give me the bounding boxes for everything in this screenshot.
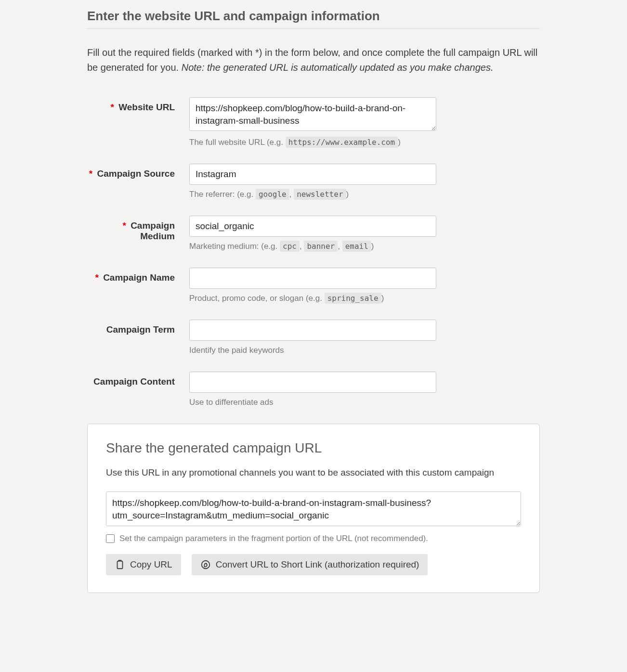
label-text: Website URL <box>118 102 175 112</box>
website-url-input[interactable]: https://shopkeep.com/blog/how-to-build-a… <box>189 97 436 131</box>
hint-code: spring_sale <box>325 293 381 304</box>
label-text: Campaign Content <box>93 376 175 387</box>
fragment-checkbox-label: Set the campaign parameters in the fragm… <box>119 534 428 543</box>
label-campaign-name: * Campaign Name <box>87 268 189 283</box>
help-campaign-source: The referrer: (e.g. google, newsletter) <box>189 190 436 199</box>
svg-point-1 <box>201 561 209 569</box>
share-heading: Share the generated campaign URL <box>106 440 521 456</box>
clipboard-icon <box>115 559 125 570</box>
row-website-url: * Website URL https://shopkeep.com/blog/… <box>87 97 540 147</box>
hint-code: banner <box>304 241 338 252</box>
required-indicator: * <box>110 102 114 112</box>
share-panel: Share the generated campaign URL Use thi… <box>87 424 540 593</box>
required-indicator: * <box>95 272 98 283</box>
label-campaign-term: Campaign Term <box>87 320 189 335</box>
campaign-medium-input[interactable] <box>189 216 436 237</box>
help-website-url: The full website URL (e.g. https://www.e… <box>189 138 436 147</box>
label-website-url: * Website URL <box>87 97 189 113</box>
label-text: Campaign Source <box>97 168 175 179</box>
campaign-source-input[interactable] <box>189 164 436 185</box>
campaign-content-input[interactable] <box>189 372 436 393</box>
label-text: Campaign Name <box>103 272 175 283</box>
hint-code: email <box>342 241 371 252</box>
help-campaign-content: Use to differentiate ads <box>189 398 436 407</box>
row-campaign-source: * Campaign Source The referrer: (e.g. go… <box>87 164 540 199</box>
bitly-icon <box>200 559 211 570</box>
row-campaign-content: Campaign Content Use to differentiate ad… <box>87 372 540 407</box>
label-text: Campaign Medium <box>131 220 175 241</box>
shorten-url-label: Convert URL to Short Link (authorization… <box>216 559 419 570</box>
row-campaign-term: Campaign Term Identify the paid keywords <box>87 320 540 355</box>
required-indicator: * <box>122 220 126 231</box>
campaign-term-input[interactable] <box>189 320 436 341</box>
row-campaign-medium: * Campaign Medium Marketing medium: (e.g… <box>87 216 540 251</box>
fragment-checkbox[interactable] <box>106 534 115 543</box>
generated-url-output[interactable]: https://shopkeep.com/blog/how-to-build-a… <box>106 491 521 526</box>
label-campaign-source: * Campaign Source <box>87 164 189 179</box>
help-campaign-name: Product, promo code, or slogan (e.g. spr… <box>189 294 436 303</box>
required-indicator: * <box>89 168 92 179</box>
share-sub: Use this URL in any promotional channels… <box>106 467 521 478</box>
fragment-checkbox-row[interactable]: Set the campaign parameters in the fragm… <box>106 534 521 543</box>
intro-text: Fill out the required fields (marked wit… <box>87 45 540 75</box>
page-title: Enter the website URL and campaign infor… <box>87 9 540 29</box>
hint-code: newsletter <box>294 189 346 200</box>
hint-code: google <box>256 189 289 200</box>
hint-code: cpc <box>280 241 300 252</box>
shorten-url-button[interactable]: Convert URL to Short Link (authorization… <box>192 554 428 575</box>
help-campaign-medium: Marketing medium: (e.g. cpc, banner, ema… <box>189 242 436 251</box>
row-campaign-name: * Campaign Name Product, promo code, or … <box>87 268 540 303</box>
svg-rect-0 <box>118 561 123 569</box>
intro-note: Note: the generated URL is automatically… <box>182 62 494 73</box>
label-campaign-medium: * Campaign Medium <box>87 216 189 242</box>
campaign-name-input[interactable] <box>189 268 436 289</box>
hint-code: https://www.example.com <box>286 137 398 148</box>
copy-url-label: Copy URL <box>130 559 172 570</box>
help-campaign-term: Identify the paid keywords <box>189 346 436 355</box>
label-campaign-content: Campaign Content <box>87 372 189 387</box>
label-text: Campaign Term <box>106 324 175 335</box>
copy-url-button[interactable]: Copy URL <box>106 554 181 575</box>
